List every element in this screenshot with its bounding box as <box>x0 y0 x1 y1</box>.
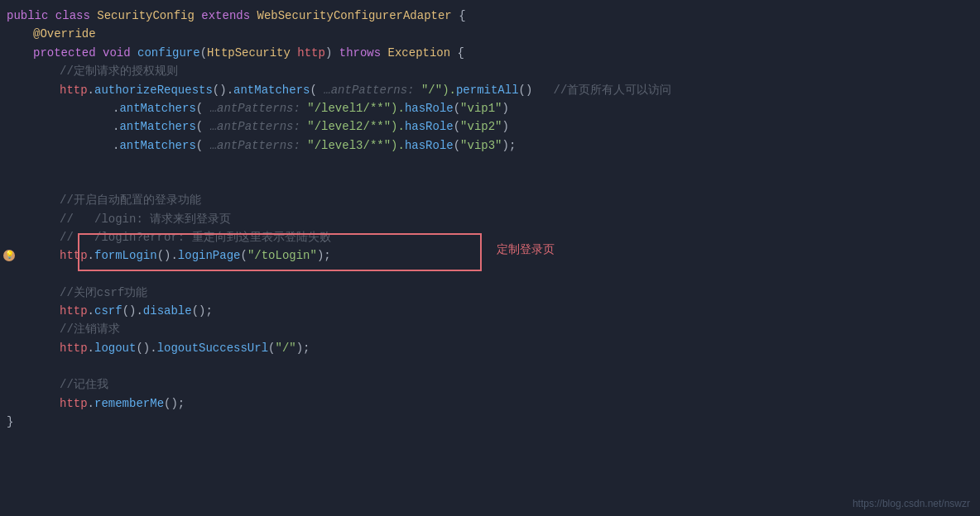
line-16-content: //关闭csrf功能 <box>7 284 967 302</box>
line-19: http.logout().logoutSuccessUrl("/"); <box>0 339 980 357</box>
line-22-content: http.rememberMe(); <box>7 394 967 413</box>
line-4-content: //定制请求的授权规则 <box>7 62 967 80</box>
watermark: https://blog.csdn.net/nswzr <box>853 498 970 509</box>
line-21: //记住我 <box>0 375 980 394</box>
line-23: } <box>0 413 980 431</box>
line-11: //开启自动配置的登录功能 <box>0 191 980 209</box>
line-11-content: //开启自动配置的登录功能 <box>7 191 967 209</box>
line-2: @Override <box>0 25 980 43</box>
line-19-content: http.logout().logoutSuccessUrl("/"); <box>7 339 967 357</box>
line-empty-2 <box>0 173 980 191</box>
annotation-label: 定制登录页 <box>497 240 555 258</box>
line-21-content: //记住我 <box>7 375 967 394</box>
line-empty-1 <box>0 155 980 173</box>
line-1-content: public class SecurityConfig extends WebS… <box>7 7 967 25</box>
line-12-content: // /login: 请求来到登录页 <box>7 210 967 228</box>
line-3: protected void configure(HttpSecurity ht… <box>0 44 980 62</box>
code-editor: public class SecurityConfig extends WebS… <box>0 0 980 437</box>
line-22: http.rememberMe(); <box>0 394 980 413</box>
line-7-content: .antMatchers( …antPatterns: "/level2/**"… <box>7 117 967 136</box>
bulb-icon: 💡 <box>3 250 15 261</box>
line-2-content: @Override <box>7 25 967 43</box>
line-18: //注销请求 <box>0 320 980 338</box>
line-4: //定制请求的授权规则 <box>0 62 980 80</box>
line-17-content: http.csrf().disable(); <box>7 302 967 320</box>
line-16: //关闭csrf功能 <box>0 284 980 302</box>
line-6: .antMatchers( …antPatterns: "/level1/**"… <box>0 99 980 117</box>
line-8-content: .antMatchers( …antPatterns: "/level3/**"… <box>7 136 967 155</box>
line-13-content: // /login?error: 重定向到这里表示登陆失败 <box>7 228 967 246</box>
line-3-content: protected void configure(HttpSecurity ht… <box>7 44 967 62</box>
line-8: .antMatchers( …antPatterns: "/level3/**"… <box>0 136 980 155</box>
line-14-content: http.formLogin().loginPage("/toLogin"); <box>7 246 967 265</box>
line-18-content: //注销请求 <box>7 320 967 338</box>
line-6-content: .antMatchers( …antPatterns: "/level1/**"… <box>7 99 967 117</box>
line-empty-3 <box>0 265 980 284</box>
line-empty-4 <box>0 357 980 375</box>
line-17: http.csrf().disable(); <box>0 302 980 320</box>
line-5-content: http.authorizeRequests().antMatchers( …a… <box>7 81 967 99</box>
line-14: 💡 http.formLogin().loginPage("/toLogin")… <box>0 246 980 265</box>
line-7: .antMatchers( …antPatterns: "/level2/**"… <box>0 117 980 136</box>
line-23-content: } <box>7 413 967 431</box>
line-5: http.authorizeRequests().antMatchers( …a… <box>0 81 980 99</box>
line-12: // /login: 请求来到登录页 <box>0 210 980 228</box>
line-1: public class SecurityConfig extends WebS… <box>0 7 980 25</box>
line-13: // /login?error: 重定向到这里表示登陆失败 <box>0 228 980 246</box>
